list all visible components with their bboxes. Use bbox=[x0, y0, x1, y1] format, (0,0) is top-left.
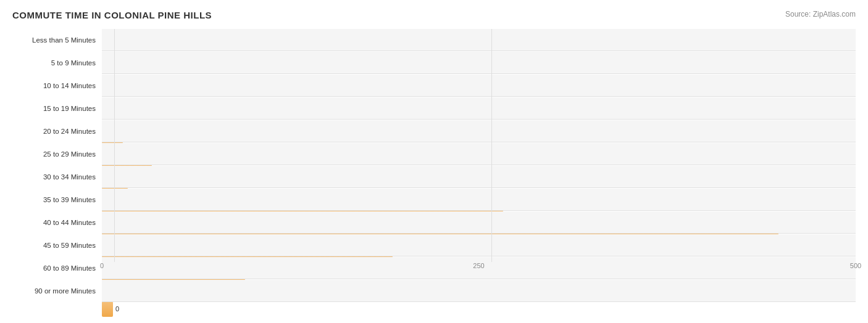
bar-row: 30 to 34 Minutes95 bbox=[12, 166, 856, 188]
grid-line-250 bbox=[491, 29, 492, 262]
bar-label: 5 to 9 Minutes bbox=[12, 59, 102, 67]
bars-area: Less than 5 Minutes145 to 9 Minutes3310 … bbox=[12, 29, 856, 262]
bar-label: Less than 5 Minutes bbox=[12, 36, 102, 44]
bar-track: 14 bbox=[102, 29, 856, 51]
bar-label: 30 to 34 Minutes bbox=[12, 173, 102, 181]
bar-track: 449 bbox=[102, 120, 856, 142]
bar-track: 0 bbox=[102, 189, 856, 211]
chart-header: COMMUTE TIME IN COLONIAL PINE HILLS Sour… bbox=[12, 10, 856, 20]
bar-row: 10 to 14 Minutes17 bbox=[12, 75, 856, 97]
bar-fill: 0 bbox=[102, 301, 113, 317]
bar-row: 35 to 39 Minutes0 bbox=[12, 189, 856, 211]
bar-track: 33 bbox=[102, 52, 856, 74]
bar-track: 193 bbox=[102, 143, 856, 165]
bar-label: 90 or more Minutes bbox=[12, 287, 102, 295]
bar-row: 90 or more Minutes19 bbox=[12, 280, 856, 302]
x-axis: 0250500 bbox=[102, 262, 856, 280]
chart-title: COMMUTE TIME IN COLONIAL PINE HILLS bbox=[12, 10, 212, 20]
bar-row: 15 to 19 Minutes266 bbox=[12, 97, 856, 120]
bar-row: 40 to 44 Minutes0 bbox=[12, 211, 856, 234]
bar-row: 45 to 59 Minutes55 bbox=[12, 234, 856, 256]
x-axis-tick: 500 bbox=[850, 262, 861, 269]
bar-label: 60 to 89 Minutes bbox=[12, 264, 102, 272]
bar-label: 15 to 19 Minutes bbox=[12, 105, 102, 112]
bar-row: 25 to 29 Minutes193 bbox=[12, 143, 856, 165]
bar-label: 35 to 39 Minutes bbox=[12, 196, 102, 203]
x-axis-tick: 250 bbox=[473, 262, 484, 269]
chart-source: Source: ZipAtlas.com bbox=[785, 10, 856, 18]
chart-container: COMMUTE TIME IN COLONIAL PINE HILLS Sour… bbox=[0, 0, 868, 323]
bar-row: 20 to 24 Minutes449 bbox=[12, 120, 856, 142]
grid-line-0 bbox=[114, 29, 115, 262]
bar-label: 25 to 29 Minutes bbox=[12, 150, 102, 158]
x-axis-tick: 0 bbox=[100, 262, 104, 269]
bar-track: 266 bbox=[102, 97, 856, 120]
bar-label: 45 to 59 Minutes bbox=[12, 242, 102, 249]
bar-track: 17 bbox=[102, 75, 856, 97]
bar-row: Less than 5 Minutes14 bbox=[12, 29, 856, 51]
bar-label: 20 to 24 Minutes bbox=[12, 128, 102, 135]
bar-track: 0 bbox=[102, 211, 856, 234]
bar-track: 95 bbox=[102, 166, 856, 188]
bar-track: 19 bbox=[102, 280, 856, 302]
bar-label: 10 to 14 Minutes bbox=[12, 82, 102, 89]
chart-body: Less than 5 Minutes145 to 9 Minutes3310 … bbox=[12, 29, 856, 280]
bar-label: 40 to 44 Minutes bbox=[12, 219, 102, 226]
bar-track: 55 bbox=[102, 234, 856, 256]
bar-value: 0 bbox=[115, 305, 119, 313]
bar-row: 5 to 9 Minutes33 bbox=[12, 52, 856, 74]
